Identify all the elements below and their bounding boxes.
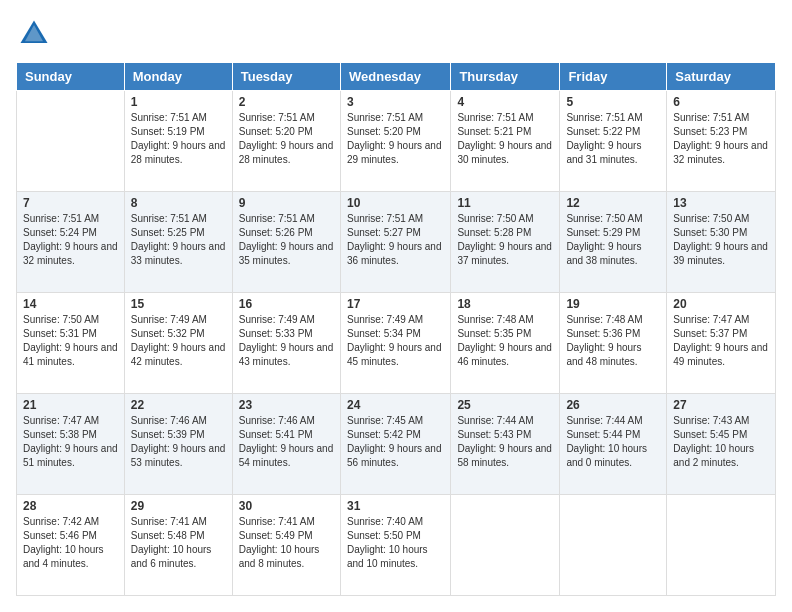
day-cell xyxy=(667,495,776,596)
day-info: Sunrise: 7:51 AMSunset: 5:24 PMDaylight:… xyxy=(23,212,118,268)
day-number: 17 xyxy=(347,297,444,311)
day-info: Sunrise: 7:51 AMSunset: 5:27 PMDaylight:… xyxy=(347,212,444,268)
day-number: 27 xyxy=(673,398,769,412)
day-cell: 25Sunrise: 7:44 AMSunset: 5:43 PMDayligh… xyxy=(451,394,560,495)
day-cell: 20Sunrise: 7:47 AMSunset: 5:37 PMDayligh… xyxy=(667,293,776,394)
main-container: SundayMondayTuesdayWednesdayThursdayFrid… xyxy=(0,0,792,612)
day-cell: 7Sunrise: 7:51 AMSunset: 5:24 PMDaylight… xyxy=(17,192,125,293)
day-cell: 1Sunrise: 7:51 AMSunset: 5:19 PMDaylight… xyxy=(124,91,232,192)
week-row-2: 14Sunrise: 7:50 AMSunset: 5:31 PMDayligh… xyxy=(17,293,776,394)
day-info: Sunrise: 7:46 AMSunset: 5:39 PMDaylight:… xyxy=(131,414,226,470)
day-info: Sunrise: 7:51 AMSunset: 5:20 PMDaylight:… xyxy=(239,111,334,167)
day-cell: 16Sunrise: 7:49 AMSunset: 5:33 PMDayligh… xyxy=(232,293,340,394)
week-row-4: 28Sunrise: 7:42 AMSunset: 5:46 PMDayligh… xyxy=(17,495,776,596)
header-row: SundayMondayTuesdayWednesdayThursdayFrid… xyxy=(17,63,776,91)
day-info: Sunrise: 7:48 AMSunset: 5:35 PMDaylight:… xyxy=(457,313,553,369)
day-cell: 14Sunrise: 7:50 AMSunset: 5:31 PMDayligh… xyxy=(17,293,125,394)
day-cell: 9Sunrise: 7:51 AMSunset: 5:26 PMDaylight… xyxy=(232,192,340,293)
day-number: 12 xyxy=(566,196,660,210)
day-info: Sunrise: 7:47 AMSunset: 5:37 PMDaylight:… xyxy=(673,313,769,369)
day-cell: 15Sunrise: 7:49 AMSunset: 5:32 PMDayligh… xyxy=(124,293,232,394)
day-number: 3 xyxy=(347,95,444,109)
day-header-tuesday: Tuesday xyxy=(232,63,340,91)
day-cell: 2Sunrise: 7:51 AMSunset: 5:20 PMDaylight… xyxy=(232,91,340,192)
day-cell: 13Sunrise: 7:50 AMSunset: 5:30 PMDayligh… xyxy=(667,192,776,293)
day-number: 15 xyxy=(131,297,226,311)
day-info: Sunrise: 7:50 AMSunset: 5:28 PMDaylight:… xyxy=(457,212,553,268)
day-number: 13 xyxy=(673,196,769,210)
header xyxy=(16,16,776,52)
day-number: 2 xyxy=(239,95,334,109)
day-info: Sunrise: 7:49 AMSunset: 5:33 PMDaylight:… xyxy=(239,313,334,369)
day-info: Sunrise: 7:51 AMSunset: 5:20 PMDaylight:… xyxy=(347,111,444,167)
day-info: Sunrise: 7:51 AMSunset: 5:26 PMDaylight:… xyxy=(239,212,334,268)
day-info: Sunrise: 7:43 AMSunset: 5:45 PMDaylight:… xyxy=(673,414,769,470)
day-cell: 23Sunrise: 7:46 AMSunset: 5:41 PMDayligh… xyxy=(232,394,340,495)
day-info: Sunrise: 7:42 AMSunset: 5:46 PMDaylight:… xyxy=(23,515,118,571)
calendar-table: SundayMondayTuesdayWednesdayThursdayFrid… xyxy=(16,62,776,596)
day-number: 4 xyxy=(457,95,553,109)
day-cell xyxy=(17,91,125,192)
day-number: 24 xyxy=(347,398,444,412)
day-number: 16 xyxy=(239,297,334,311)
day-cell: 10Sunrise: 7:51 AMSunset: 5:27 PMDayligh… xyxy=(340,192,450,293)
day-number: 6 xyxy=(673,95,769,109)
day-number: 21 xyxy=(23,398,118,412)
day-number: 10 xyxy=(347,196,444,210)
day-cell: 11Sunrise: 7:50 AMSunset: 5:28 PMDayligh… xyxy=(451,192,560,293)
week-row-0: 1Sunrise: 7:51 AMSunset: 5:19 PMDaylight… xyxy=(17,91,776,192)
day-info: Sunrise: 7:45 AMSunset: 5:42 PMDaylight:… xyxy=(347,414,444,470)
day-cell: 17Sunrise: 7:49 AMSunset: 5:34 PMDayligh… xyxy=(340,293,450,394)
day-number: 25 xyxy=(457,398,553,412)
day-cell xyxy=(560,495,667,596)
day-info: Sunrise: 7:49 AMSunset: 5:32 PMDaylight:… xyxy=(131,313,226,369)
day-info: Sunrise: 7:51 AMSunset: 5:25 PMDaylight:… xyxy=(131,212,226,268)
day-cell: 22Sunrise: 7:46 AMSunset: 5:39 PMDayligh… xyxy=(124,394,232,495)
day-info: Sunrise: 7:50 AMSunset: 5:30 PMDaylight:… xyxy=(673,212,769,268)
day-header-monday: Monday xyxy=(124,63,232,91)
day-number: 31 xyxy=(347,499,444,513)
week-row-3: 21Sunrise: 7:47 AMSunset: 5:38 PMDayligh… xyxy=(17,394,776,495)
day-number: 9 xyxy=(239,196,334,210)
day-header-sunday: Sunday xyxy=(17,63,125,91)
day-info: Sunrise: 7:44 AMSunset: 5:43 PMDaylight:… xyxy=(457,414,553,470)
day-number: 7 xyxy=(23,196,118,210)
day-cell: 6Sunrise: 7:51 AMSunset: 5:23 PMDaylight… xyxy=(667,91,776,192)
day-header-wednesday: Wednesday xyxy=(340,63,450,91)
day-number: 30 xyxy=(239,499,334,513)
logo xyxy=(16,16,56,52)
day-info: Sunrise: 7:50 AMSunset: 5:29 PMDaylight:… xyxy=(566,212,660,268)
day-number: 26 xyxy=(566,398,660,412)
day-info: Sunrise: 7:49 AMSunset: 5:34 PMDaylight:… xyxy=(347,313,444,369)
day-number: 8 xyxy=(131,196,226,210)
day-cell xyxy=(451,495,560,596)
day-cell: 24Sunrise: 7:45 AMSunset: 5:42 PMDayligh… xyxy=(340,394,450,495)
day-number: 20 xyxy=(673,297,769,311)
day-header-thursday: Thursday xyxy=(451,63,560,91)
day-info: Sunrise: 7:46 AMSunset: 5:41 PMDaylight:… xyxy=(239,414,334,470)
day-info: Sunrise: 7:48 AMSunset: 5:36 PMDaylight:… xyxy=(566,313,660,369)
day-number: 5 xyxy=(566,95,660,109)
day-info: Sunrise: 7:51 AMSunset: 5:19 PMDaylight:… xyxy=(131,111,226,167)
day-number: 11 xyxy=(457,196,553,210)
day-cell: 12Sunrise: 7:50 AMSunset: 5:29 PMDayligh… xyxy=(560,192,667,293)
week-row-1: 7Sunrise: 7:51 AMSunset: 5:24 PMDaylight… xyxy=(17,192,776,293)
day-info: Sunrise: 7:44 AMSunset: 5:44 PMDaylight:… xyxy=(566,414,660,470)
day-info: Sunrise: 7:41 AMSunset: 5:49 PMDaylight:… xyxy=(239,515,334,571)
day-number: 29 xyxy=(131,499,226,513)
day-cell: 31Sunrise: 7:40 AMSunset: 5:50 PMDayligh… xyxy=(340,495,450,596)
day-info: Sunrise: 7:51 AMSunset: 5:23 PMDaylight:… xyxy=(673,111,769,167)
day-info: Sunrise: 7:40 AMSunset: 5:50 PMDaylight:… xyxy=(347,515,444,571)
day-info: Sunrise: 7:51 AMSunset: 5:22 PMDaylight:… xyxy=(566,111,660,167)
day-number: 22 xyxy=(131,398,226,412)
day-cell: 29Sunrise: 7:41 AMSunset: 5:48 PMDayligh… xyxy=(124,495,232,596)
day-info: Sunrise: 7:47 AMSunset: 5:38 PMDaylight:… xyxy=(23,414,118,470)
day-cell: 28Sunrise: 7:42 AMSunset: 5:46 PMDayligh… xyxy=(17,495,125,596)
day-cell: 5Sunrise: 7:51 AMSunset: 5:22 PMDaylight… xyxy=(560,91,667,192)
day-cell: 4Sunrise: 7:51 AMSunset: 5:21 PMDaylight… xyxy=(451,91,560,192)
day-number: 23 xyxy=(239,398,334,412)
day-cell: 27Sunrise: 7:43 AMSunset: 5:45 PMDayligh… xyxy=(667,394,776,495)
day-number: 18 xyxy=(457,297,553,311)
day-cell: 26Sunrise: 7:44 AMSunset: 5:44 PMDayligh… xyxy=(560,394,667,495)
day-cell: 19Sunrise: 7:48 AMSunset: 5:36 PMDayligh… xyxy=(560,293,667,394)
